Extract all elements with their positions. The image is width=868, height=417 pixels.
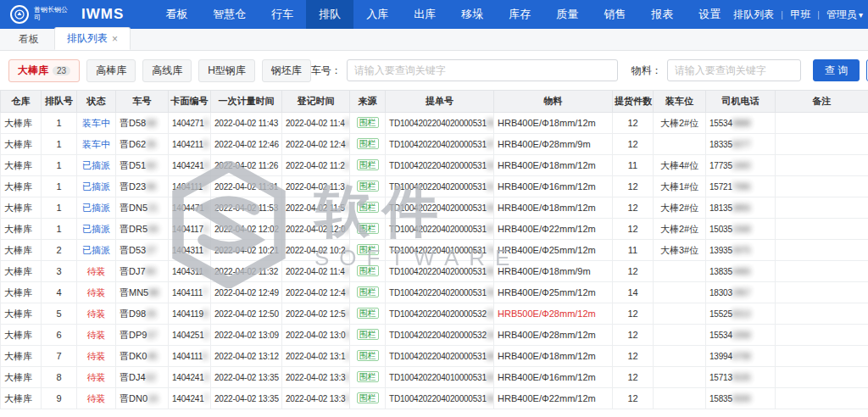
header-card-no: 卡面编号 [169,91,211,113]
user-menu[interactable]: 管理员▾ [826,8,863,22]
material-text: HRB400E/Φ25mm/12m [498,245,596,255]
redacted-text: 74 [487,246,494,255]
cell-source: 围栏 [350,367,386,388]
table-row[interactable]: 大棒库 4 待装 晋MN588 14041117 2022-04-02 12:4… [1,282,868,303]
tab-gaobang-warehouse[interactable]: 高棒库 [86,59,136,82]
brand: 首钢长钢公司 IWMS [10,5,124,24]
redacted-text: 2 [204,331,209,340]
cell-dock: 大棒3#位 [654,240,706,261]
cell-qty: 12 [613,176,654,197]
query-button[interactable]: 查 询 [813,59,860,81]
tab-gaoxian-warehouse[interactable]: 高线库 [142,59,192,82]
nav-item-kanban[interactable]: 看板 [153,0,200,29]
material-text: HRB400E/Φ25mm/12m [498,287,596,297]
cell-warehouse: 大棒库 [1,325,42,346]
cell-truck-no: 晋D5868 [116,113,169,134]
material-text: HRB400E/Φ22mm/12m [498,224,596,234]
nav-item-stack-move[interactable]: 移垛 [448,0,496,29]
cell-driver-phone: 157135535 [706,367,776,388]
nav-item-smart-warehouse[interactable]: 智慧仓 [200,0,259,29]
nav-item-inventory[interactable]: 库存 [496,0,543,29]
cell-status: 待装 [77,325,116,346]
cell-remark [776,261,868,282]
truck-no-input[interactable] [347,59,618,81]
redacted-text: 4 [345,246,349,255]
cell-queue-no: 1 [42,197,77,219]
cell-weigh-time: 2022-04-02 13:12 [211,346,282,367]
cell-bill-no: TD100420220402000053193 [386,155,494,176]
cell-weigh-time: 2022-04-02 12:49 [211,282,282,303]
cell-weigh-time: 2022-04-02 11:53 [211,197,282,219]
redacted-text: 16 [147,393,158,403]
table-row[interactable]: 大棒库 1 装车中 晋D5868 14042715 2022-04-02 11:… [1,113,868,134]
table-row[interactable]: 大棒库 6 待装 晋DP957 14042512 2022-04-02 13:0… [1,325,868,346]
redacted-text: 60 [146,160,156,170]
nav-item-reports[interactable]: 报表 [638,0,686,29]
redacted-text: 9 [204,161,209,170]
cell-dock [654,367,706,388]
topbar-link-queue-list[interactable]: 排队列表 [733,8,774,22]
redacted-text: 03 [487,309,494,319]
cell-warehouse: 大棒库 [1,367,42,388]
status-badge: 装车中 [82,139,110,149]
cell-driver-phone: 150351568 [706,219,776,240]
redacted-text: 9 [345,331,349,340]
redacted-text: 8 [203,309,208,319]
cell-status: 已摘派 [77,176,116,197]
table-row[interactable]: 大棒库 1 装车中 晋D6235 14042118 2022-04-02 12:… [1,134,868,155]
nav-item-queue[interactable]: 排队 [306,0,353,29]
cell-weigh-time: 2022-04-02 11:31 [211,176,282,197]
source-tag: 围栏 [357,181,379,192]
material-input[interactable] [667,59,801,81]
table-row[interactable]: 大棒库 1 已摘派 晋D5160 14042419 2022-04-02 11:… [1,155,868,176]
nav-item-crane[interactable]: 行车 [259,0,306,29]
material-text: HRB400E/Φ18mm/12m [498,351,596,361]
cell-remark [776,113,868,134]
tab-billet-warehouse[interactable]: 钢坯库 [262,59,311,82]
tab-dabang-warehouse[interactable]: 大棒库 23 [8,59,80,82]
table-row[interactable]: 大棒库 2 已摘派 晋D5327 14043115 2022-04-02 10:… [1,240,868,261]
table-row[interactable]: 大棒库 8 待装 晋DJ452 14042413 2022-04-02 13:3… [1,367,868,388]
nav-item-quality[interactable]: 质量 [543,0,591,29]
close-icon[interactable]: × [112,34,118,44]
table-row[interactable]: 大棒库 1 已摘派 晋D2396 14041112 2022-04-02 11:… [1,176,868,197]
nav-item-outbound[interactable]: 出库 [401,0,448,29]
cell-register-time: 2022-04-02 12:50 [282,303,350,325]
redacted-text: 52 [146,372,156,382]
redacted-text: 5 [204,119,209,128]
redacted-text: 5 [203,246,208,255]
tab-kanban[interactable]: 看板 [7,29,51,50]
cell-card-no: 14041198 [169,303,211,325]
cell-dock: 大棒4#位 [654,155,706,176]
nav-item-settings[interactable]: 设置 [686,0,733,29]
table-row[interactable]: 大棒库 3 待装 晋DJ790 14043119 2022-04-02 11:3… [1,261,868,282]
cell-status: 已摘派 [77,197,116,219]
nav-item-inbound[interactable]: 入库 [353,0,401,29]
source-tag: 围栏 [357,138,379,149]
tab-h-steel-warehouse[interactable]: H型钢库 [198,59,255,82]
nav-item-sales[interactable]: 销售 [591,0,638,29]
redacted-text: 7 [204,394,209,403]
queue-table-wrap: 仓库 排队号 状态 车号 卡面编号 一次计量时间 登记时间 来源 提单号 物料 … [0,90,868,409]
cell-queue-no: 1 [42,155,77,176]
table-row[interactable]: 大棒库 7 待装 晋DK045 14041116 2022-04-02 13:1… [1,346,868,367]
redacted-text: 2 [345,267,349,276]
cell-card-no: 14043115 [169,240,211,261]
table-row[interactable]: 大棒库 5 待装 晋D9826 14041198 2022-04-02 12:5… [1,303,868,325]
table-row[interactable]: 大棒库 9 待装 晋DN016 14042417 2022-04-02 13:3… [1,388,868,409]
redacted-text: 88 [487,352,494,361]
tab-label: 排队列表 [67,31,108,46]
cell-status: 已摘派 [77,240,116,261]
cell-queue-no: 5 [42,303,77,325]
table-row[interactable]: 大棒库 1 已摘派 晋DR509 14041173 2022-04-02 12:… [1,219,868,240]
material-text: HRB400E/Φ28mm/12m [498,330,596,340]
source-tag: 围栏 [357,223,379,234]
topbar-link-shift[interactable]: 甲班 [790,8,810,22]
cell-register-time: 2022-04-02 12:02 [282,219,350,240]
cell-status: 待装 [77,303,116,325]
tab-queue-list[interactable]: 排队列表 × [54,27,131,50]
cell-source: 围栏 [350,261,386,282]
cell-card-no: 14042419 [169,155,211,176]
cell-dock [654,303,706,325]
table-row[interactable]: 大棒库 1 已摘派 晋DN521 14044716 2022-04-02 11:… [1,197,868,219]
